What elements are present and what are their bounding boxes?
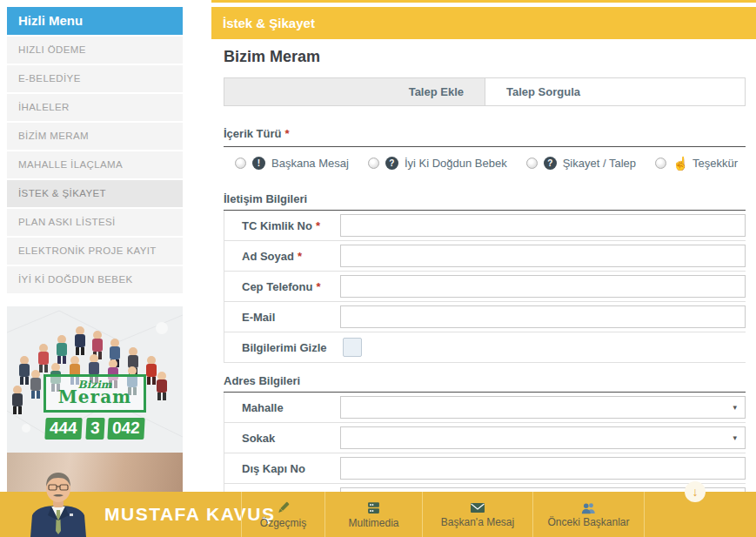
footer-item-onceki-baskanlar[interactable]: Önceki Başkanlar xyxy=(533,492,645,537)
footer-item-label: Başkan'a Mesaj xyxy=(441,516,514,528)
radio-tesekkur[interactable]: ☝ Teşekkür xyxy=(655,157,738,170)
exclamation-circle-icon: ! xyxy=(252,157,265,170)
bizim-meram-banner[interactable]: Bizim Meram 444 3 042 xyxy=(7,306,183,492)
contact-section-title: İletişim Bilgileri xyxy=(224,192,307,205)
footer-item-ozgecmis[interactable]: Özgeçmiş xyxy=(242,492,325,537)
section-title: İstek & Şikayet xyxy=(211,7,756,39)
sidebar-item-elektronik-proje-kayit[interactable]: ELEKTRONİK PROJE KAYIT xyxy=(7,238,183,265)
radio-sikayet-talep[interactable]: ? Şikayet / Talep xyxy=(526,157,636,170)
multimedia-icon xyxy=(366,500,381,515)
page-title: Bizim Meram xyxy=(224,48,320,66)
required-asterisk: * xyxy=(284,127,289,140)
radio-icon[interactable] xyxy=(655,158,666,169)
tab-talep-ekle[interactable]: Talep Ekle xyxy=(224,78,485,105)
chevron-down-icon: ▾ xyxy=(733,397,737,419)
field-label: Sokak xyxy=(242,423,275,453)
form-row-dis-kapi-no: Dış Kapı No xyxy=(224,453,746,484)
sokak-select[interactable]: ▾ xyxy=(340,426,746,449)
form-row-sokak: Sokak ▾ xyxy=(224,423,746,453)
form-row-mahalle: Mahalle ▾ xyxy=(224,393,746,423)
radio-label: İyi Ki Doğdun Bebek xyxy=(405,157,507,170)
radio-label: Başkana Mesaj xyxy=(271,157,349,170)
cep-telefonu-input[interactable] xyxy=(340,275,746,298)
mayor-photo xyxy=(22,470,95,537)
pencil-icon xyxy=(276,500,291,515)
sidebar-item-hizli-odeme[interactable]: HIZLI ÖDEME xyxy=(7,37,183,64)
section-divider xyxy=(224,146,746,147)
radio-icon[interactable] xyxy=(368,158,379,169)
quick-menu-sidebar: Hizli Menu HIZLI ÖDEME E-BELEDİYE İHALEL… xyxy=(7,7,183,293)
sidebar-item-iyi-ki-dogdun-bebek[interactable]: İYİ Kİ DOĞDUN BEBEK xyxy=(7,266,183,293)
form-row-bilgilerimi-gizle: Bilgilerimi Gizle xyxy=(224,332,746,363)
field-label: TC Kimlik No* xyxy=(242,211,320,241)
radio-label: Teşekkür xyxy=(692,157,738,170)
hand-icon: ☝ xyxy=(672,157,686,170)
logo-text-meram: Meram xyxy=(46,386,144,407)
field-label: Dış Kapı No xyxy=(242,453,305,484)
radio-label: Şikayet / Talep xyxy=(563,157,636,170)
required-asterisk: * xyxy=(316,219,320,232)
tc-kimlik-no-input[interactable] xyxy=(340,214,746,237)
radio-icon[interactable] xyxy=(526,158,538,169)
field-label: Mahalle xyxy=(242,393,284,423)
mahalle-select[interactable]: ▾ xyxy=(340,396,746,419)
bizim-meram-logo: Bizim Meram xyxy=(43,374,146,413)
form-row-tc-kimlik: TC Kimlik No* xyxy=(224,211,746,241)
sidebar-item-bizim-meram[interactable]: BİZİM MERAM xyxy=(7,123,183,150)
phone-block-1: 444 xyxy=(44,418,82,440)
chevron-down-icon: ▾ xyxy=(733,427,737,449)
footer-item-baskana-mesaj[interactable]: Başkan'a Mesaj xyxy=(423,492,533,537)
radio-baskana-mesaj[interactable]: ! Başkana Mesaj xyxy=(235,157,349,170)
phone-block-2: 3 xyxy=(85,418,104,440)
sidebar-item-e-belediye[interactable]: E-BELEDİYE xyxy=(7,65,183,92)
sidebar-item-mahalle-ilaclama[interactable]: MAHALLE İLAÇLAMA xyxy=(7,151,183,178)
content-type-title: İçerik Türü* xyxy=(224,127,290,140)
radio-iyi-ki-dogdun-bebek[interactable]: ? İyi Ki Doğdun Bebek xyxy=(368,157,507,170)
top-accent-strip xyxy=(211,0,756,3)
field-label: Bilgilerimi Gizle xyxy=(242,332,327,363)
bilgilerimi-gizle-checkbox[interactable] xyxy=(343,338,362,357)
field-label: Ad Soyad* xyxy=(242,241,302,272)
question-circle-icon: ? xyxy=(385,157,398,170)
ad-soyad-input[interactable] xyxy=(340,245,746,267)
form-row-email: E-Mail xyxy=(224,302,746,332)
tab-talep-sorgula[interactable]: Talep Sorgula xyxy=(485,78,745,105)
footer-item-label: Multimedia xyxy=(348,517,398,529)
call-center-number: 444 3 042 xyxy=(7,418,183,440)
sidebar-item-istek-sikayet[interactable]: İSTEK & ŞİKAYET xyxy=(7,180,183,207)
phone-block-3: 042 xyxy=(108,418,145,440)
footer-item-label: Önceki Başkanlar xyxy=(547,516,629,528)
envelope-icon xyxy=(470,501,485,514)
scroll-down-button[interactable]: ↓ xyxy=(685,481,706,502)
sidebar-item-plan-aski-listesi[interactable]: PLAN ASKI LİSTESİ xyxy=(7,209,183,236)
radio-icon[interactable] xyxy=(235,158,246,169)
footer-item-label: Özgeçmiş xyxy=(260,517,306,529)
address-section-title: Adres Bilgileri xyxy=(224,374,300,387)
question-circle-icon: ? xyxy=(544,157,557,170)
dis-kapi-no-input[interactable] xyxy=(340,457,746,480)
field-label: Cep Telefonu* xyxy=(242,272,320,302)
request-tabs: Talep Ekle Talep Sorgula xyxy=(224,77,746,106)
mayor-footer-bar: MUSTAFA KAVUŞ Özgeçmiş Multimedia Başkan… xyxy=(0,492,756,537)
section-header-bar: İstek & Şikayet xyxy=(211,7,756,39)
form-row-cep-telefonu: Cep Telefonu* xyxy=(224,272,746,302)
content-type-options: ! Başkana Mesaj ? İyi Ki Doğdun Bebek ? … xyxy=(235,153,738,172)
sidebar-item-ihaleler[interactable]: İHALELER xyxy=(7,94,183,121)
required-asterisk: * xyxy=(298,250,302,263)
footer-menu: Özgeçmiş Multimedia Başkan'a Mesaj xyxy=(241,492,645,537)
crowd-illustration: Bizim Meram 444 3 042 xyxy=(7,306,183,453)
field-label: E-Mail xyxy=(242,302,275,332)
email-input[interactable] xyxy=(340,305,746,328)
required-asterisk: * xyxy=(316,280,320,293)
quick-menu-header: Hizli Menu xyxy=(7,7,183,35)
footer-item-multimedia[interactable]: Multimedia xyxy=(325,492,423,537)
form-row-ad-soyad: Ad Soyad* xyxy=(224,241,746,272)
people-icon xyxy=(581,501,596,514)
